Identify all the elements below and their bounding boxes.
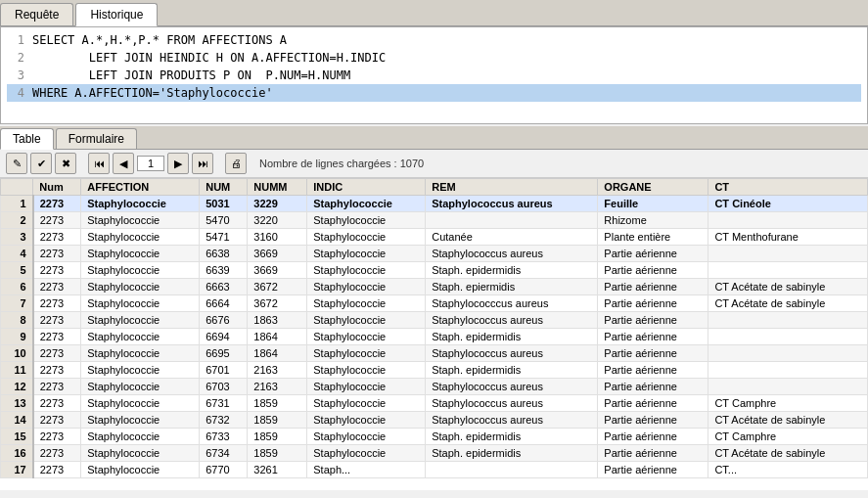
cell-num: 2273: [33, 445, 81, 462]
cell-organe: Partie aérienne: [598, 345, 708, 362]
cell-indic: Staphylococcie: [307, 312, 426, 329]
cell-rem: Staphylococccus aureus: [426, 295, 598, 312]
cell-indic: Staph...: [307, 462, 426, 478]
row-number: 12: [1, 379, 33, 395]
row-number: 17: [1, 462, 33, 478]
cell-num: 2273: [33, 412, 81, 429]
table-row[interactable]: 22273Staphylococcie54703220Staphylococci…: [1, 212, 868, 229]
row-number: 7: [1, 295, 33, 312]
cell-ct: [708, 312, 868, 329]
cell-rem: Cutanée: [426, 229, 598, 246]
col-header-affection[interactable]: AFFECTION: [81, 179, 200, 196]
cell-num: 6731: [200, 395, 248, 412]
cell-numm: 1864: [248, 329, 307, 345]
row-number: 15: [1, 429, 33, 445]
cell-numm: 3669: [248, 246, 307, 262]
cell-numm: 3669: [248, 262, 307, 279]
tab-formulaire[interactable]: Formulaire: [56, 128, 137, 149]
cell-numm: 1863: [248, 312, 307, 329]
cell-num: 6732: [200, 412, 248, 429]
sql-text-3: LEFT JOIN PRODUITS P ON P.NUM=H.NUMM: [32, 67, 350, 84]
cell-rem: [426, 462, 598, 478]
col-header-num[interactable]: Num: [33, 179, 81, 196]
cell-num: 6639: [200, 262, 248, 279]
sql-editor[interactable]: 1 SELECT A.*,H.*,P.* FROM AFFECTIONS A 2…: [0, 26, 868, 124]
cell-indic: Staphylococcie: [307, 329, 426, 345]
table-row[interactable]: 62273Staphylococcie66633672Staphylococci…: [1, 279, 868, 295]
col-header-numm[interactable]: NUMM: [248, 179, 307, 196]
col-header-rownum: [1, 179, 33, 196]
cell-affection: Staphylococcie: [81, 279, 200, 295]
row-number: 13: [1, 395, 33, 412]
cell-indic: Staphylococcie: [307, 295, 426, 312]
table-row[interactable]: 162273Staphylococcie67341859Staphylococc…: [1, 445, 868, 462]
table-row[interactable]: 142273Staphylococcie67321859Staphylococc…: [1, 412, 868, 429]
cell-affection: Staphylococcie: [81, 262, 200, 279]
sql-text-1: SELECT A.*,H.*,P.* FROM AFFECTIONS A: [32, 31, 287, 49]
cell-affection: Staphylococcie: [81, 462, 200, 478]
cell-indic: Staphylococcie: [307, 196, 426, 212]
cell-affection: Staphylococcie: [81, 395, 200, 412]
tab-historique[interactable]: Historique: [75, 3, 158, 26]
tab-table[interactable]: Table: [0, 128, 54, 150]
data-table-container[interactable]: Num AFFECTION NUM NUMM INDIC REM ORGANE …: [0, 178, 868, 490]
table-header-row: Num AFFECTION NUM NUMM INDIC REM ORGANE …: [1, 179, 868, 196]
page-input[interactable]: [137, 156, 164, 171]
confirm-button[interactable]: ✔: [30, 153, 52, 174]
cell-num: 6676: [200, 312, 248, 329]
table-row[interactable]: 72273Staphylococcie66643672Staphylococci…: [1, 295, 868, 312]
last-page-button[interactable]: ⏭: [192, 153, 213, 174]
cell-num: 5470: [200, 212, 248, 229]
edit-button[interactable]: ✎: [6, 153, 27, 174]
table-row[interactable]: 122273Staphylococcie67032163Staphylococc…: [1, 379, 868, 395]
cell-rem: Staph. epidermidis: [426, 329, 598, 345]
cell-ct: CT...: [708, 462, 868, 478]
cell-affection: Staphylococcie: [81, 312, 200, 329]
row-number: 8: [1, 312, 33, 329]
row-number: 9: [1, 329, 33, 345]
cell-affection: Staphylococcie: [81, 246, 200, 262]
table-row[interactable]: 132273Staphylococcie67311859Staphylococc…: [1, 395, 868, 412]
cell-affection: Staphylococcie: [81, 429, 200, 445]
cell-rem: Staphylococcus aureus: [426, 395, 598, 412]
cell-rem: Staph. epidermidis: [426, 262, 598, 279]
cell-num: 2273: [33, 362, 81, 379]
table-row[interactable]: 52273Staphylococcie66393669Staphylococci…: [1, 262, 868, 279]
table-row[interactable]: 82273Staphylococcie66761863Staphylococci…: [1, 312, 868, 329]
row-number: 6: [1, 279, 33, 295]
line-number-2: 2: [7, 49, 24, 67]
cell-affection: Staphylococcie: [81, 362, 200, 379]
table-row[interactable]: 112273Staphylococcie67012163Staphylococc…: [1, 362, 868, 379]
cell-numm: 1859: [248, 445, 307, 462]
table-row[interactable]: 172273Staphylococcie67703261Staph...Part…: [1, 462, 868, 478]
cell-organe: Partie aérienne: [598, 279, 708, 295]
table-row[interactable]: 152273Staphylococcie67331859Staphylococc…: [1, 429, 868, 445]
cell-numm: 2163: [248, 379, 307, 395]
col-header-rem[interactable]: REM: [426, 179, 598, 196]
tab-requete[interactable]: Requête: [0, 3, 73, 25]
first-page-button[interactable]: ⏮: [88, 153, 110, 174]
table-row[interactable]: 102273Staphylococcie66951864Staphylococc…: [1, 345, 868, 362]
cell-ct: CT Camphre: [708, 429, 868, 445]
next-page-button[interactable]: ▶: [167, 153, 189, 174]
cell-affection: Staphylococcie: [81, 345, 200, 362]
col-header-indic[interactable]: INDIC: [307, 179, 426, 196]
cell-numm: 3672: [248, 295, 307, 312]
col-header-ct[interactable]: CT: [708, 179, 868, 196]
table-row[interactable]: 32273Staphylococcie54713160Staphylococci…: [1, 229, 868, 246]
table-row[interactable]: 92273Staphylococcie66941864Staphylococci…: [1, 329, 868, 345]
cell-num: 2273: [33, 429, 81, 445]
print-button[interactable]: 🖨: [225, 153, 247, 174]
table-row[interactable]: 42273Staphylococcie66383669Staphylococci…: [1, 246, 868, 262]
cell-indic: Staphylococcie: [307, 246, 426, 262]
prev-page-button[interactable]: ◀: [113, 153, 134, 174]
cell-num: 6694: [200, 329, 248, 345]
cancel-button[interactable]: ✖: [55, 153, 76, 174]
cell-num: 5471: [200, 229, 248, 246]
col-header-organe[interactable]: ORGANE: [598, 179, 708, 196]
col-header-num2[interactable]: NUM: [200, 179, 248, 196]
cell-organe: Rhizome: [598, 212, 708, 229]
cell-organe: Partie aérienne: [598, 329, 708, 345]
cell-indic: Staphylococcie: [307, 212, 426, 229]
table-row[interactable]: 12273Staphylococcie50313229Staphylococci…: [1, 196, 868, 212]
